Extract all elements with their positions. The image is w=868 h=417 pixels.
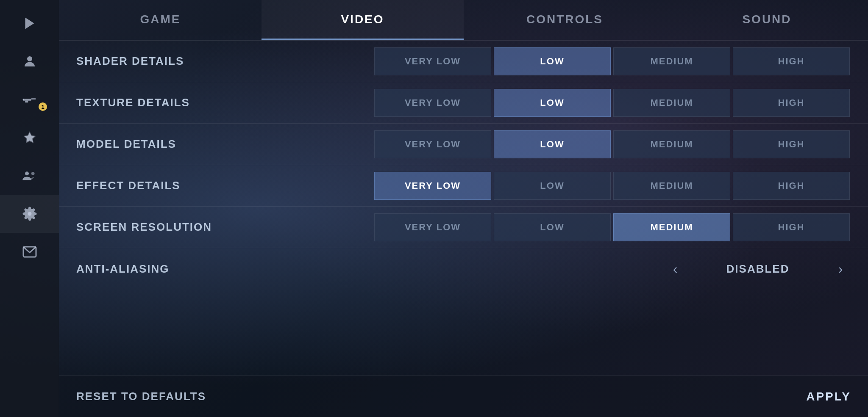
svg-rect-2 — [22, 99, 31, 101]
svg-marker-0 — [25, 18, 34, 29]
effect-high-btn[interactable]: HIGH — [733, 172, 850, 200]
sidebar-item-achievements[interactable] — [0, 119, 59, 157]
tab-game[interactable]: GAME — [59, 0, 262, 40]
screen-resolution-label: SCREEN RESOLUTION — [76, 221, 373, 234]
shader-verylow-btn[interactable]: VERY LOW — [374, 47, 491, 75]
svg-point-6 — [25, 171, 29, 175]
svg-rect-4 — [25, 101, 28, 103]
aa-current-value: DISABLED — [694, 262, 821, 276]
resolution-medium-btn[interactable]: MEDIUM — [613, 213, 730, 241]
sidebar: 1 — [0, 0, 59, 417]
svg-rect-3 — [31, 98, 36, 99]
anti-aliasing-row: ANTI-ALIASING ‹ DISABLED › — [59, 248, 868, 290]
model-details-row: MODEL DETAILS VERY LOW LOW MEDIUM HIGH — [59, 124, 868, 165]
weapons-badge: 1 — [39, 102, 47, 111]
shader-details-buttons: VERY LOW LOW MEDIUM HIGH — [373, 47, 851, 75]
model-low-btn[interactable]: LOW — [494, 130, 611, 158]
tab-controls[interactable]: CONTROLS — [464, 0, 666, 40]
effect-details-buttons: VERY LOW LOW MEDIUM HIGH — [373, 172, 851, 200]
svg-rect-5 — [22, 99, 24, 100]
texture-medium-btn[interactable]: MEDIUM — [613, 89, 730, 117]
effect-medium-btn[interactable]: MEDIUM — [613, 172, 730, 200]
shader-high-btn[interactable]: HIGH — [733, 47, 850, 75]
sidebar-item-profile[interactable] — [0, 42, 59, 80]
shader-medium-btn[interactable]: MEDIUM — [613, 47, 730, 75]
sidebar-item-weapons[interactable]: 1 — [0, 80, 59, 119]
svg-point-7 — [31, 172, 34, 175]
shader-low-btn[interactable]: LOW — [494, 47, 611, 75]
resolution-low-btn[interactable]: LOW — [494, 213, 611, 241]
texture-details-label: TEXTURE DETAILS — [76, 96, 373, 109]
settings-panel: SHADER DETAILS VERY LOW LOW MEDIUM HIGH … — [59, 41, 868, 376]
model-details-label: MODEL DETAILS — [76, 138, 373, 151]
screen-resolution-row: SCREEN RESOLUTION VERY LOW LOW MEDIUM HI… — [59, 207, 868, 248]
texture-verylow-btn[interactable]: VERY LOW — [374, 89, 491, 117]
sidebar-item-settings[interactable] — [0, 195, 59, 233]
aa-next-button[interactable]: › — [830, 256, 851, 282]
resolution-verylow-btn[interactable]: VERY LOW — [374, 213, 491, 241]
model-verylow-btn[interactable]: VERY LOW — [374, 130, 491, 158]
texture-low-btn[interactable]: LOW — [494, 89, 611, 117]
main-content: GAME VIDEO CONTROLS SOUND SHADER DETAILS… — [59, 0, 868, 417]
aa-prev-button[interactable]: ‹ — [665, 256, 686, 282]
tab-sound[interactable]: SOUND — [666, 0, 868, 40]
svg-point-1 — [27, 56, 32, 61]
anti-aliasing-label: ANTI-ALIASING — [76, 262, 373, 276]
sidebar-item-mail[interactable] — [0, 233, 59, 271]
resolution-high-btn[interactable]: HIGH — [733, 213, 850, 241]
settings-footer: RESET TO DEFAULTS APPLY — [59, 376, 868, 417]
texture-high-btn[interactable]: HIGH — [733, 89, 850, 117]
apply-button[interactable]: APPLY — [806, 390, 851, 403]
shader-details-label: SHADER DETAILS — [76, 55, 373, 68]
texture-details-buttons: VERY LOW LOW MEDIUM HIGH — [373, 89, 851, 117]
shader-details-row: SHADER DETAILS VERY LOW LOW MEDIUM HIGH — [59, 41, 868, 82]
effect-verylow-btn[interactable]: VERY LOW — [374, 172, 491, 200]
reset-to-defaults-button[interactable]: RESET TO DEFAULTS — [76, 390, 206, 403]
effect-low-btn[interactable]: LOW — [494, 172, 611, 200]
model-high-btn[interactable]: HIGH — [733, 130, 850, 158]
screen-resolution-buttons: VERY LOW LOW MEDIUM HIGH — [373, 213, 851, 241]
model-details-buttons: VERY LOW LOW MEDIUM HIGH — [373, 130, 851, 158]
model-medium-btn[interactable]: MEDIUM — [613, 130, 730, 158]
anti-aliasing-controls: ‹ DISABLED › — [373, 256, 851, 282]
sidebar-item-play[interactable] — [0, 4, 59, 42]
tab-bar: GAME VIDEO CONTROLS SOUND — [59, 0, 868, 41]
texture-details-row: TEXTURE DETAILS VERY LOW LOW MEDIUM HIGH — [59, 82, 868, 124]
tab-video[interactable]: VIDEO — [262, 0, 464, 40]
effect-details-label: EFFECT DETAILS — [76, 179, 373, 192]
sidebar-item-friends[interactable] — [0, 157, 59, 195]
effect-details-row: EFFECT DETAILS VERY LOW LOW MEDIUM HIGH — [59, 165, 868, 207]
